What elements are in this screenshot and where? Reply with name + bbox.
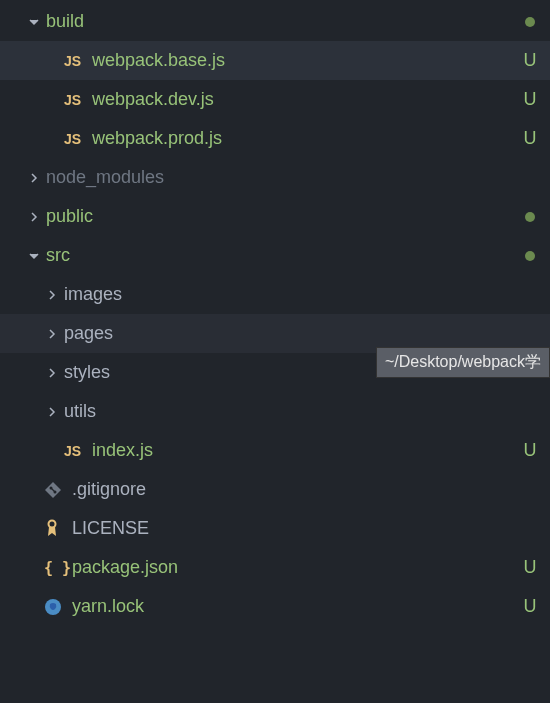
chevron-right-icon[interactable] bbox=[28, 212, 40, 222]
tree-item-label: utils bbox=[64, 401, 520, 422]
path-tooltip: ~/Desktop/webpack学 bbox=[376, 347, 550, 378]
tree-item-label: webpack.prod.js bbox=[92, 128, 520, 149]
tree-row-utils[interactable]: utils bbox=[0, 392, 550, 431]
tree-item-label: pages bbox=[64, 323, 520, 344]
git-status-untracked: U bbox=[520, 596, 540, 617]
license-icon bbox=[44, 519, 60, 539]
file-tree: buildJSwebpack.base.jsUJSwebpack.dev.jsU… bbox=[0, 0, 550, 626]
git-status-modified-dot bbox=[520, 251, 540, 261]
tree-item-label: images bbox=[64, 284, 520, 305]
tree-row-build[interactable]: build bbox=[0, 2, 550, 41]
tree-item-label: package.json bbox=[72, 557, 520, 578]
git-status-untracked: U bbox=[520, 50, 540, 71]
git-status-modified-dot bbox=[520, 17, 540, 27]
tree-item-label: src bbox=[46, 245, 520, 266]
chevron-right-icon[interactable] bbox=[46, 368, 58, 378]
chevron-down-icon[interactable] bbox=[28, 17, 40, 27]
tree-row-webpack-prod-js[interactable]: JSwebpack.prod.jsU bbox=[0, 119, 550, 158]
tree-row-src[interactable]: src bbox=[0, 236, 550, 275]
git-status-untracked: U bbox=[520, 128, 540, 149]
json-file-icon: { } bbox=[44, 559, 71, 577]
tree-item-label: public bbox=[46, 206, 520, 227]
yarn-icon bbox=[44, 598, 62, 616]
git-status-untracked: U bbox=[520, 89, 540, 110]
git-status-untracked: U bbox=[520, 557, 540, 578]
chevron-right-icon[interactable] bbox=[28, 173, 40, 183]
tree-row-public[interactable]: public bbox=[0, 197, 550, 236]
tree-item-label: webpack.dev.js bbox=[92, 89, 520, 110]
tree-row-node_modules[interactable]: node_modules bbox=[0, 158, 550, 197]
js-file-icon: JS bbox=[64, 53, 81, 69]
tree-item-label: node_modules bbox=[46, 167, 520, 188]
tree-row-index-js[interactable]: JSindex.jsU bbox=[0, 431, 550, 470]
tree-row-package-json[interactable]: { }package.jsonU bbox=[0, 548, 550, 587]
tree-item-label: index.js bbox=[92, 440, 520, 461]
tree-item-label: webpack.base.js bbox=[92, 50, 520, 71]
git-status-untracked: U bbox=[520, 440, 540, 461]
chevron-right-icon[interactable] bbox=[46, 329, 58, 339]
tree-item-label: LICENSE bbox=[72, 518, 520, 539]
git-status-modified-dot bbox=[520, 212, 540, 222]
tree-row-images[interactable]: images bbox=[0, 275, 550, 314]
tree-row--gitignore[interactable]: .gitignore bbox=[0, 470, 550, 509]
chevron-right-icon[interactable] bbox=[46, 407, 58, 417]
js-file-icon: JS bbox=[64, 443, 81, 459]
js-file-icon: JS bbox=[64, 131, 81, 147]
tree-row-yarn-lock[interactable]: yarn.lockU bbox=[0, 587, 550, 626]
tree-row-webpack-base-js[interactable]: JSwebpack.base.jsU bbox=[0, 41, 550, 80]
tree-item-label: yarn.lock bbox=[72, 596, 520, 617]
git-icon bbox=[44, 481, 62, 499]
tree-item-label: .gitignore bbox=[72, 479, 520, 500]
chevron-down-icon[interactable] bbox=[28, 251, 40, 261]
chevron-right-icon[interactable] bbox=[46, 290, 58, 300]
tree-row-LICENSE[interactable]: LICENSE bbox=[0, 509, 550, 548]
tree-row-webpack-dev-js[interactable]: JSwebpack.dev.jsU bbox=[0, 80, 550, 119]
svg-point-3 bbox=[49, 520, 56, 527]
js-file-icon: JS bbox=[64, 92, 81, 108]
tree-item-label: build bbox=[46, 11, 520, 32]
